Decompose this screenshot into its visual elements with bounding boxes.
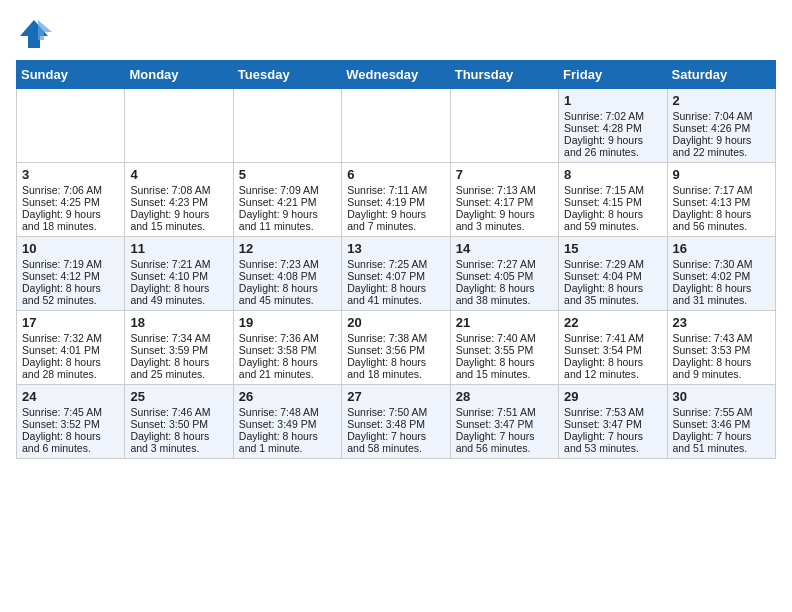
day-number: 2 xyxy=(673,93,770,108)
day-info: Sunset: 3:48 PM xyxy=(347,418,444,430)
day-number: 18 xyxy=(130,315,227,330)
day-number: 3 xyxy=(22,167,119,182)
calendar-week-row: 3Sunrise: 7:06 AMSunset: 4:25 PMDaylight… xyxy=(17,163,776,237)
day-info: Sunset: 4:19 PM xyxy=(347,196,444,208)
day-number: 13 xyxy=(347,241,444,256)
day-info: Daylight: 8 hours and 1 minute. xyxy=(239,430,336,454)
day-info: Daylight: 7 hours and 51 minutes. xyxy=(673,430,770,454)
day-info: Daylight: 7 hours and 53 minutes. xyxy=(564,430,661,454)
calendar-cell: 3Sunrise: 7:06 AMSunset: 4:25 PMDaylight… xyxy=(17,163,125,237)
calendar-cell: 28Sunrise: 7:51 AMSunset: 3:47 PMDayligh… xyxy=(450,385,558,459)
day-info: Sunset: 4:04 PM xyxy=(564,270,661,282)
day-info: Sunset: 4:15 PM xyxy=(564,196,661,208)
day-info: Sunrise: 7:40 AM xyxy=(456,332,553,344)
day-info: Sunrise: 7:43 AM xyxy=(673,332,770,344)
day-info: Sunset: 4:25 PM xyxy=(22,196,119,208)
day-info: Sunrise: 7:23 AM xyxy=(239,258,336,270)
day-info: Daylight: 9 hours and 7 minutes. xyxy=(347,208,444,232)
day-info: Sunset: 4:21 PM xyxy=(239,196,336,208)
day-info: Sunset: 4:23 PM xyxy=(130,196,227,208)
calendar-cell: 4Sunrise: 7:08 AMSunset: 4:23 PMDaylight… xyxy=(125,163,233,237)
column-header-saturday: Saturday xyxy=(667,61,775,89)
day-number: 8 xyxy=(564,167,661,182)
calendar-cell: 2Sunrise: 7:04 AMSunset: 4:26 PMDaylight… xyxy=(667,89,775,163)
day-info: Daylight: 8 hours and 52 minutes. xyxy=(22,282,119,306)
calendar-week-row: 1Sunrise: 7:02 AMSunset: 4:28 PMDaylight… xyxy=(17,89,776,163)
logo-icon xyxy=(16,16,52,52)
calendar-cell: 12Sunrise: 7:23 AMSunset: 4:08 PMDayligh… xyxy=(233,237,341,311)
day-info: Sunrise: 7:13 AM xyxy=(456,184,553,196)
day-number: 10 xyxy=(22,241,119,256)
day-info: Sunrise: 7:25 AM xyxy=(347,258,444,270)
calendar-cell: 9Sunrise: 7:17 AMSunset: 4:13 PMDaylight… xyxy=(667,163,775,237)
day-info: Sunset: 4:08 PM xyxy=(239,270,336,282)
day-info: Sunrise: 7:17 AM xyxy=(673,184,770,196)
day-info: Sunset: 3:46 PM xyxy=(673,418,770,430)
calendar-cell: 24Sunrise: 7:45 AMSunset: 3:52 PMDayligh… xyxy=(17,385,125,459)
calendar-cell: 22Sunrise: 7:41 AMSunset: 3:54 PMDayligh… xyxy=(559,311,667,385)
calendar-cell: 7Sunrise: 7:13 AMSunset: 4:17 PMDaylight… xyxy=(450,163,558,237)
day-info: Sunrise: 7:50 AM xyxy=(347,406,444,418)
calendar-cell: 1Sunrise: 7:02 AMSunset: 4:28 PMDaylight… xyxy=(559,89,667,163)
calendar-cell: 17Sunrise: 7:32 AMSunset: 4:01 PMDayligh… xyxy=(17,311,125,385)
calendar-cell: 6Sunrise: 7:11 AMSunset: 4:19 PMDaylight… xyxy=(342,163,450,237)
column-header-thursday: Thursday xyxy=(450,61,558,89)
day-number: 22 xyxy=(564,315,661,330)
day-info: Daylight: 8 hours and 31 minutes. xyxy=(673,282,770,306)
day-number: 20 xyxy=(347,315,444,330)
day-info: Daylight: 8 hours and 18 minutes. xyxy=(347,356,444,380)
day-number: 26 xyxy=(239,389,336,404)
calendar-cell: 14Sunrise: 7:27 AMSunset: 4:05 PMDayligh… xyxy=(450,237,558,311)
day-info: Sunrise: 7:36 AM xyxy=(239,332,336,344)
day-number: 19 xyxy=(239,315,336,330)
day-info: Sunset: 3:50 PM xyxy=(130,418,227,430)
calendar-cell: 25Sunrise: 7:46 AMSunset: 3:50 PMDayligh… xyxy=(125,385,233,459)
calendar-week-row: 24Sunrise: 7:45 AMSunset: 3:52 PMDayligh… xyxy=(17,385,776,459)
day-info: Sunrise: 7:41 AM xyxy=(564,332,661,344)
day-info: Sunset: 4:12 PM xyxy=(22,270,119,282)
day-info: Daylight: 8 hours and 59 minutes. xyxy=(564,208,661,232)
day-info: Sunrise: 7:53 AM xyxy=(564,406,661,418)
day-info: Daylight: 8 hours and 15 minutes. xyxy=(456,356,553,380)
day-info: Sunset: 3:53 PM xyxy=(673,344,770,356)
calendar-cell: 21Sunrise: 7:40 AMSunset: 3:55 PMDayligh… xyxy=(450,311,558,385)
day-number: 7 xyxy=(456,167,553,182)
day-number: 5 xyxy=(239,167,336,182)
day-info: Sunset: 3:56 PM xyxy=(347,344,444,356)
calendar-cell: 19Sunrise: 7:36 AMSunset: 3:58 PMDayligh… xyxy=(233,311,341,385)
day-info: Sunset: 4:01 PM xyxy=(22,344,119,356)
day-info: Sunset: 3:54 PM xyxy=(564,344,661,356)
day-number: 11 xyxy=(130,241,227,256)
day-info: Daylight: 9 hours and 11 minutes. xyxy=(239,208,336,232)
column-header-tuesday: Tuesday xyxy=(233,61,341,89)
column-header-sunday: Sunday xyxy=(17,61,125,89)
day-info: Sunrise: 7:48 AM xyxy=(239,406,336,418)
column-header-friday: Friday xyxy=(559,61,667,89)
day-info: Sunrise: 7:46 AM xyxy=(130,406,227,418)
day-info: Sunrise: 7:29 AM xyxy=(564,258,661,270)
day-info: Daylight: 8 hours and 3 minutes. xyxy=(130,430,227,454)
calendar-cell xyxy=(125,89,233,163)
logo xyxy=(16,16,56,52)
svg-marker-1 xyxy=(38,20,52,40)
day-number: 23 xyxy=(673,315,770,330)
calendar-cell: 16Sunrise: 7:30 AMSunset: 4:02 PMDayligh… xyxy=(667,237,775,311)
day-number: 29 xyxy=(564,389,661,404)
day-info: Daylight: 9 hours and 22 minutes. xyxy=(673,134,770,158)
calendar-cell xyxy=(17,89,125,163)
calendar-cell: 27Sunrise: 7:50 AMSunset: 3:48 PMDayligh… xyxy=(342,385,450,459)
calendar-cell: 23Sunrise: 7:43 AMSunset: 3:53 PMDayligh… xyxy=(667,311,775,385)
day-info: Sunset: 4:10 PM xyxy=(130,270,227,282)
day-info: Sunrise: 7:21 AM xyxy=(130,258,227,270)
calendar-cell xyxy=(233,89,341,163)
day-info: Sunset: 3:58 PM xyxy=(239,344,336,356)
page-header xyxy=(16,16,776,52)
calendar-cell xyxy=(450,89,558,163)
day-number: 17 xyxy=(22,315,119,330)
calendar-cell xyxy=(342,89,450,163)
day-number: 12 xyxy=(239,241,336,256)
day-info: Daylight: 9 hours and 15 minutes. xyxy=(130,208,227,232)
day-info: Sunset: 3:47 PM xyxy=(456,418,553,430)
day-info: Sunrise: 7:55 AM xyxy=(673,406,770,418)
calendar-table: SundayMondayTuesdayWednesdayThursdayFrid… xyxy=(16,60,776,459)
